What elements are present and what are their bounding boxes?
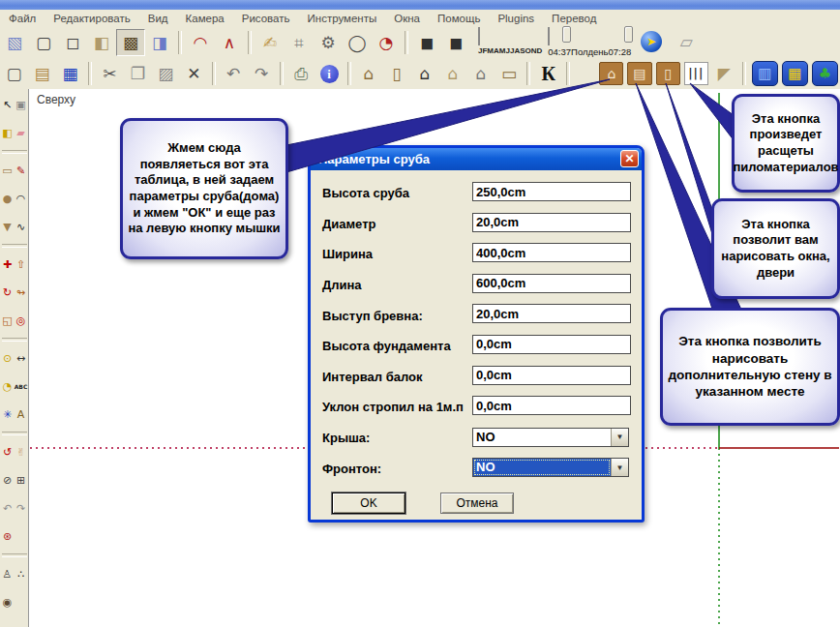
- print-button[interactable]: ⎙: [287, 60, 315, 87]
- axes-tool[interactable]: ✳: [1, 401, 15, 429]
- roof-tool-button[interactable]: ◤: [710, 60, 738, 87]
- select-tool[interactable]: ↖: [1, 91, 15, 119]
- move-tool[interactable]: ✚: [1, 251, 15, 279]
- text-tool[interactable]: ABC: [15, 373, 28, 401]
- new-document-button[interactable]: ▢: [0, 60, 28, 87]
- cancel-button[interactable]: Отмена: [440, 493, 514, 514]
- tape-measure-tool[interactable]: ⊙: [1, 344, 15, 373]
- field-input-7[interactable]: [472, 396, 631, 415]
- zoom-window-tool[interactable]: ⊞: [15, 466, 28, 494]
- ellipse-arc-button[interactable]: ◔: [372, 29, 401, 56]
- lumber-calc-button[interactable]: |||: [684, 62, 708, 85]
- month-slider-track[interactable]: [478, 27, 480, 45]
- menu-item-9[interactable]: Перевод: [543, 12, 605, 25]
- house-outline-button[interactable]: ⌂: [466, 60, 495, 87]
- menu-item-8[interactable]: Plugins: [489, 12, 543, 25]
- push-pull-tool[interactable]: ⇧: [15, 251, 28, 279]
- sandbox-mesh-button[interactable]: ⌗: [285, 29, 314, 56]
- arc-2-tool-button[interactable]: ∧: [215, 29, 244, 56]
- door-panel-button[interactable]: ▯: [383, 60, 411, 87]
- rectangle-tool[interactable]: ▭: [1, 157, 15, 185]
- house-tool-button[interactable]: ⌂: [355, 60, 383, 87]
- sandbox-contours-button[interactable]: ✍: [255, 29, 285, 56]
- offset-tool[interactable]: ◎: [15, 307, 28, 335]
- field-input-3[interactable]: [472, 274, 631, 293]
- dropdown-0[interactable]: NO▼: [472, 428, 629, 447]
- field-input-5[interactable]: [472, 335, 631, 354]
- menu-item-4[interactable]: Рисовать: [233, 12, 299, 25]
- zoom-extents-tool[interactable]: ⊛: [1, 522, 15, 551]
- dropdown-1[interactable]: NO▼: [472, 458, 629, 477]
- orbit-tool[interactable]: ↺: [1, 438, 15, 466]
- field-input-6[interactable]: [472, 366, 631, 385]
- follow-me-tool[interactable]: ↬: [15, 279, 28, 307]
- menu-item-1[interactable]: Редактировать: [45, 12, 138, 25]
- menu-item-5[interactable]: Инструменты: [299, 12, 386, 25]
- shaded-cube-button[interactable]: ◧: [87, 29, 116, 56]
- save-button[interactable]: ▦: [56, 60, 84, 87]
- dark-cube-info-button[interactable]: ◼: [412, 29, 441, 56]
- rotate-tool[interactable]: ↻: [1, 279, 15, 307]
- pan-tool[interactable]: ✌: [15, 438, 28, 466]
- next-view-tool[interactable]: ↷: [15, 494, 28, 522]
- info-button[interactable]: i: [315, 60, 344, 87]
- arc-tool[interactable]: ◠: [15, 185, 28, 213]
- look-around-tool[interactable]: ◉: [1, 588, 15, 616]
- monochrome-cube-button[interactable]: ◨: [145, 29, 174, 56]
- field-input-2[interactable]: [472, 243, 631, 262]
- field-input-0[interactable]: [472, 182, 631, 201]
- texture-render-button[interactable]: ▥: [752, 61, 778, 86]
- undo-button[interactable]: ↶: [220, 60, 248, 87]
- tree-button[interactable]: ♣: [812, 61, 838, 86]
- time-slider-track[interactable]: [548, 27, 550, 45]
- zoom-tool[interactable]: ⊘: [1, 466, 15, 494]
- house-door-button[interactable]: ⌂: [410, 60, 438, 87]
- window-titlebar[interactable]: [0, 0, 840, 10]
- hiddenline-cube-button[interactable]: ◻: [58, 29, 87, 56]
- redo-button[interactable]: ↷: [248, 60, 276, 87]
- close-button[interactable]: ✕: [620, 150, 639, 167]
- circle-tool[interactable]: ●: [1, 185, 15, 213]
- menu-item-0[interactable]: Файл: [0, 12, 45, 25]
- field-input-4[interactable]: [472, 304, 631, 323]
- open-button[interactable]: ▤: [28, 60, 56, 87]
- menu-item-2[interactable]: Вид: [139, 12, 177, 25]
- smoove-button[interactable]: ⚙: [314, 29, 343, 56]
- face-style-button[interactable]: ▱: [672, 28, 701, 55]
- line-tool[interactable]: ✎: [15, 157, 28, 185]
- protractor-tool[interactable]: ◔: [1, 373, 15, 401]
- 3d-text-tool[interactable]: A: [15, 401, 28, 429]
- field-input-1[interactable]: [472, 213, 631, 232]
- ok-button[interactable]: OK: [332, 493, 405, 514]
- month-slider-handle[interactable]: [562, 26, 571, 43]
- k-button[interactable]: К: [534, 60, 562, 87]
- dark-cube-button[interactable]: ◼: [441, 29, 470, 56]
- animation-button[interactable]: ▦: [782, 61, 808, 86]
- log-house-params-button[interactable]: ⌂: [599, 62, 623, 85]
- walk-tool[interactable]: ∴: [15, 560, 28, 588]
- textured-cube-button[interactable]: ▩: [116, 29, 145, 56]
- polygon-tool[interactable]: ▼: [1, 213, 15, 241]
- windows-doors-button[interactable]: ▯: [656, 62, 680, 85]
- wall-rect-button[interactable]: ▭: [495, 60, 523, 87]
- scale-tool[interactable]: ◱: [1, 307, 15, 335]
- menu-item-6[interactable]: Окна: [385, 12, 429, 25]
- arc-tool-button[interactable]: ◠: [186, 29, 215, 56]
- geo-location-button[interactable]: ➤: [637, 28, 666, 55]
- paint-bucket-tool[interactable]: ◧: [1, 119, 15, 147]
- menu-item-7[interactable]: Помощь: [429, 12, 489, 25]
- paste-button[interactable]: ▨: [152, 60, 180, 87]
- dimension-tool[interactable]: ↔: [15, 344, 28, 373]
- time-slider-handle[interactable]: [624, 26, 633, 43]
- xray-cube-button[interactable]: ▧: [0, 29, 29, 56]
- menu-item-3[interactable]: Камера: [177, 12, 233, 25]
- ellipse-button[interactable]: ◯: [343, 29, 372, 56]
- cut-button[interactable]: ✂: [96, 60, 124, 87]
- house-roof-button[interactable]: ⌂: [438, 60, 466, 87]
- make-component-tool[interactable]: ▣: [15, 91, 28, 119]
- chevron-down-icon[interactable]: ▼: [611, 459, 628, 476]
- eraser-tool[interactable]: ▰: [15, 119, 28, 147]
- chevron-down-icon[interactable]: ▼: [611, 429, 628, 446]
- extra-wall-button[interactable]: ▤: [627, 62, 651, 85]
- previous-view-tool[interactable]: ↶: [1, 494, 15, 522]
